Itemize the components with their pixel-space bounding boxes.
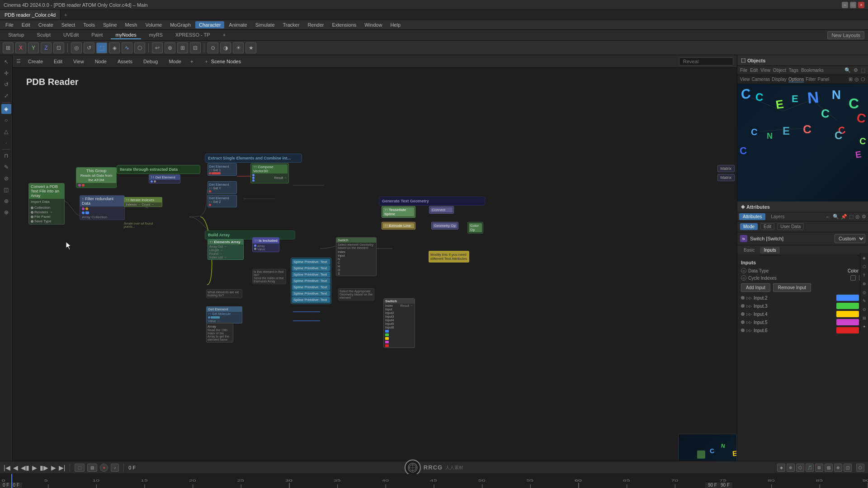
attr-search-icon[interactable]: 🔍	[833, 214, 839, 220]
new-layouts-btn[interactable]: New Layouts	[827, 31, 864, 39]
vp-icon2[interactable]: ◎	[854, 76, 859, 82]
scene-nodes-expand[interactable]: ☰	[16, 58, 21, 64]
layout-xpresso[interactable]: XPRESSO - TP	[171, 31, 215, 39]
obj-tab-file[interactable]: File	[740, 68, 747, 73]
tl-key-btn2[interactable]: ▧	[87, 464, 97, 472]
tab-layers[interactable]: Layers	[767, 213, 788, 220]
vp-filter[interactable]: Filter	[806, 77, 816, 82]
toolbar-icon2[interactable]: ⊡	[53, 42, 64, 53]
tl-audio-btn[interactable]: ♪	[111, 464, 119, 472]
menu-render[interactable]: Render	[304, 21, 327, 28]
close-btn[interactable]: ×	[858, 2, 864, 8]
toolbar-frame[interactable]: ⬚	[96, 42, 107, 53]
spline-text-3[interactable]: Spline Primitive: Text	[292, 272, 330, 277]
filter-node[interactable]: ↑ Filter redundant Data Array Collection	[80, 195, 125, 220]
connect-node[interactable]: Connect	[429, 206, 454, 214]
layout-myrs[interactable]: myRS	[145, 31, 167, 39]
spline-text-7[interactable]: Spline Primitive: Text	[292, 297, 330, 303]
ne-create[interactable]: Create	[24, 58, 47, 65]
vp-icon1[interactable]: ⊞	[849, 76, 853, 82]
tl-icon-r6[interactable]: ▧	[825, 464, 833, 472]
spline-text-6[interactable]: Spline Primitive: Text	[292, 291, 330, 296]
reveal-field[interactable]	[679, 57, 733, 66]
toolbar-link[interactable]: ⊞	[177, 42, 188, 53]
tl-key-btn1[interactable]: ⬚	[75, 464, 85, 472]
tool-model[interactable]: ◈	[1, 104, 11, 114]
attr-pin-icon[interactable]: 📌	[841, 214, 847, 220]
transport-back[interactable]: ◀▮	[21, 464, 29, 471]
toolbar-rotate[interactable]: ↺	[84, 42, 94, 53]
layout-paint[interactable]: Paint	[87, 31, 107, 39]
layout-startup[interactable]: Startup	[4, 31, 28, 39]
tl-icon-r2[interactable]: ⊕	[787, 464, 795, 472]
menu-create[interactable]: Create	[35, 21, 57, 28]
attr-left-arrow[interactable]: ←	[826, 214, 831, 220]
spline-text-1[interactable]: Spline Primitive: Text	[292, 259, 330, 265]
spline-text-4[interactable]: Spline Primitive: Text	[292, 278, 330, 284]
get-molecule-node[interactable]: Get Element ↑↑ Get Molecule Value →	[206, 306, 242, 324]
menu-edit[interactable]: Edit	[18, 21, 34, 28]
toolbar-icon3[interactable]: ⬡	[134, 42, 145, 53]
layout-uvedit[interactable]: UVEdit	[59, 31, 83, 39]
compose-vector-node[interactable]: ↑↑ Compose Vector3D Result →	[250, 163, 289, 183]
obj-layout-icon[interactable]: ⬚	[861, 67, 865, 73]
ne-assets[interactable]: Assets	[114, 58, 136, 65]
obj-settings-icon[interactable]: ⚙	[854, 67, 858, 73]
tool-point[interactable]: ·	[1, 138, 11, 148]
menu-help[interactable]: Help	[387, 21, 404, 28]
ne-node[interactable]: Node	[91, 58, 110, 65]
get-element-node[interactable]: ↑↑ Get Element	[149, 174, 180, 183]
menu-tracker[interactable]: Tracker	[279, 21, 303, 28]
extrude-node[interactable]: ↑↑ Extrude Line	[382, 222, 415, 230]
spline-text-5[interactable]: Spline Primitive: Text	[292, 284, 330, 290]
tool-edge[interactable]: △	[1, 127, 11, 136]
menu-mesh[interactable]: Mesh	[122, 21, 141, 28]
ri-icon8[interactable]: ⊞	[861, 314, 868, 322]
toolbar-cam[interactable]: ◑	[220, 42, 231, 53]
layout-add[interactable]: +	[218, 31, 230, 39]
menu-spline[interactable]: Spline	[99, 21, 121, 28]
toolbar-poly[interactable]: ◈	[109, 42, 120, 53]
remove-input-btn[interactable]: Remove Input	[773, 283, 811, 292]
spline-text-2[interactable]: Spline Primitive: Text	[292, 265, 330, 271]
tool-extrude[interactable]: ⊕	[1, 207, 11, 217]
tool-material[interactable]: ◫	[1, 185, 11, 195]
tool-magnet[interactable]: ⊓	[1, 151, 11, 161]
ri-icon4[interactable]: ⊕	[861, 280, 868, 287]
timeline-ruler[interactable]: 0 5 10 15 20 25 30 35 40 45 50	[0, 474, 868, 488]
tl-icon-r8[interactable]: ◫	[844, 464, 852, 472]
input5-color[interactable]	[836, 319, 859, 325]
new-tab-btn[interactable]: +	[61, 11, 71, 19]
transport-forward[interactable]: ▮▶	[40, 464, 48, 471]
tab-basic[interactable]: Basic	[740, 247, 758, 253]
tool-brush[interactable]: ✎	[1, 162, 11, 172]
menu-window[interactable]: Window	[361, 21, 386, 28]
add-input-btn[interactable]: Add Input	[741, 283, 770, 292]
input6-color[interactable]	[836, 327, 859, 333]
toolbar-spline[interactable]: ∿	[122, 42, 132, 53]
iterate-indexes-node[interactable]: ↑↑ Iterate Indexes Indexes → Count →	[124, 197, 162, 207]
geometry-op-node[interactable]: Geometry Op	[431, 222, 458, 230]
menu-animate[interactable]: Animate	[225, 21, 250, 28]
menu-character[interactable]: Character	[195, 21, 224, 28]
vp-view[interactable]: View	[740, 77, 750, 82]
attr-icon4[interactable]: ⚙	[862, 214, 866, 220]
ri-icon1[interactable]: ◈	[861, 254, 868, 262]
maximize-btn[interactable]: □	[850, 2, 856, 8]
menu-simulate[interactable]: Simulate	[252, 21, 278, 28]
tl-icon-r3[interactable]: ⬡	[796, 464, 804, 472]
elements-array-node[interactable]: ↑↑ Elements Array Array Out → Length → F…	[208, 239, 244, 260]
input4-color[interactable]	[836, 311, 859, 317]
transport-end[interactable]: ▶|	[59, 464, 66, 471]
toolbar-light[interactable]: ☀	[233, 42, 244, 53]
active-tab[interactable]: PDB reader _Color.c4d	[0, 10, 61, 19]
custom-dropdown[interactable]: Custom	[835, 234, 865, 243]
transport-play[interactable]: ▶	[32, 464, 37, 471]
toolbar-x[interactable]: X	[15, 42, 26, 53]
add-icon[interactable]: +	[205, 59, 208, 64]
get-element-x-node[interactable]: Get Element ↑↑ Get 1	[208, 163, 237, 176]
tl-icon-r5[interactable]: ⊞	[815, 464, 823, 472]
layout-mynodes[interactable]: myNodes	[111, 31, 141, 39]
tl-icon-r4[interactable]: 🎵	[806, 464, 814, 472]
ne-view[interactable]: View	[70, 58, 88, 65]
